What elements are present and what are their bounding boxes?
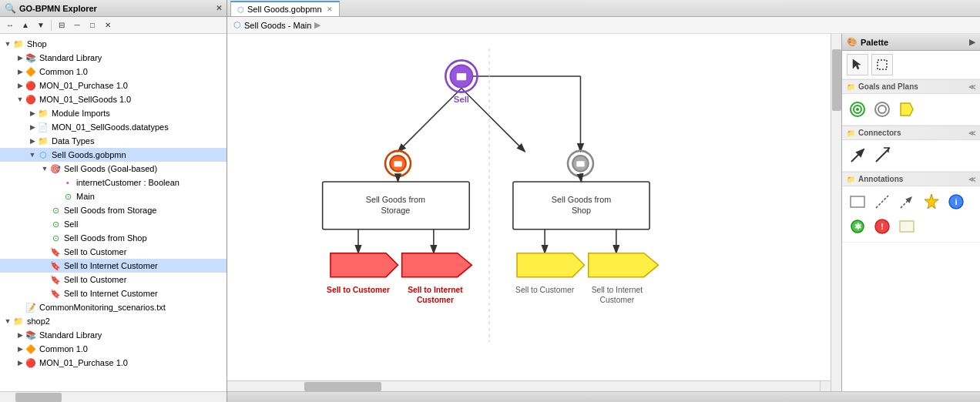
right-box-label1: Sell Goods from xyxy=(552,195,611,204)
palette-item-light-rect[interactable] xyxy=(896,216,918,237)
left-box-label2: Storage xyxy=(381,206,411,215)
tree-item-commonmonitoring[interactable]: ▶ 📝 CommonMonitoring_scenarios.txt xyxy=(0,300,227,314)
palette-item-cross-arrow[interactable] xyxy=(871,145,893,166)
palette-item-green-flower[interactable]: ✱ xyxy=(847,216,868,237)
tree-toggle-stdlib1[interactable]: ▶ xyxy=(15,54,25,62)
tree-item-shop[interactable]: ▼ 📁 Shop xyxy=(0,37,227,51)
tree-item-common2[interactable]: ▶ 🔶 Common 1.0 xyxy=(0,342,227,356)
palette-item-arrow-line[interactable] xyxy=(847,145,868,166)
tree-item-mon01purchase2[interactable]: ▶ 🔴 MON_01_Purchase 1.0 xyxy=(0,356,227,370)
palette-section-annotations[interactable]: 📁 Annotations ≪ xyxy=(842,172,980,186)
tree-item-selltocustomer2[interactable]: ▶ 🔖 Sell to Customer xyxy=(0,273,227,286)
palette-items-goals xyxy=(842,94,980,126)
tree-toggle-sellgoodsgoal[interactable]: ▼ xyxy=(40,165,49,173)
palette-item-goal-circle[interactable] xyxy=(847,99,868,120)
tree-toggle-datatypes[interactable]: ▶ xyxy=(28,137,37,145)
tree-toggle-datatypesfile[interactable]: ▶ xyxy=(28,123,37,131)
tree-toggle-mon01sellgoods[interactable]: ▼ xyxy=(15,95,25,103)
tree-label-selltocustomer2: Sell to Customer xyxy=(64,275,126,284)
svg-line-16 xyxy=(876,196,888,208)
tree-toggle-shop[interactable]: ▼ xyxy=(3,40,12,48)
tree-toggle-mon01purchase[interactable]: ▶ xyxy=(15,82,25,89)
palette-title: Palette xyxy=(861,38,888,47)
palette-item-blue-circle[interactable]: i xyxy=(945,191,967,213)
palette-item-dashed-arrow[interactable] xyxy=(896,191,918,213)
breadcrumb-text: Sell Goods - Main xyxy=(244,21,311,30)
tree-toggle-moduleimports[interactable]: ▶ xyxy=(28,109,37,117)
explorer-h-scrollbar[interactable] xyxy=(0,391,227,402)
palette-icon: 🎨 xyxy=(847,37,858,47)
red-arrow-2[interactable] xyxy=(402,253,472,277)
tree-item-sellgoodsstorage[interactable]: ▶ ⊙ Sell Goods from Storage xyxy=(0,203,227,217)
palette-item-pentagon[interactable] xyxy=(896,99,918,120)
tab-sellgoods[interactable]: ⬡ Sell Goods.gobpmn ✕ xyxy=(230,1,340,16)
goals-collapse-icon[interactable]: ≪ xyxy=(968,83,975,91)
yellow-arrow-2[interactable] xyxy=(589,253,659,277)
palette-section-goals[interactable]: 📁 Goals and Plans ≪ xyxy=(842,79,980,94)
canvas-area[interactable]: Sell Sell Goods from Storage Sell xyxy=(227,34,831,380)
tree-item-sellgoodsgoal[interactable]: ▼ 🎯 Sell Goods (Goal-based) xyxy=(0,162,227,176)
tree-item-stdlib2[interactable]: ▶ 📚 Standard Library xyxy=(0,328,227,342)
tree-item-mon01sellgoods[interactable]: ▼ 🔴 MON_01_SellGoods 1.0 xyxy=(0,92,227,106)
explorer-h-scrollbar-thumb[interactable] xyxy=(15,393,62,402)
toolbar-close-button[interactable]: ✕ xyxy=(101,18,115,32)
maximize-button[interactable]: □ xyxy=(86,18,99,32)
tree-toggle-shop2[interactable]: ▼ xyxy=(3,317,12,325)
tree-item-stdlib1[interactable]: ▶ 📚 Standard Library xyxy=(0,51,227,65)
down-button[interactable]: ▼ xyxy=(34,18,48,32)
tree-item-mon01purchase[interactable]: ▶ 🔴 MON_01_Purchase 1.0 xyxy=(0,79,227,92)
svg-point-7 xyxy=(878,106,886,113)
tree-item-main[interactable]: ▶ ⊙ Main xyxy=(0,189,227,203)
tree-item-selltointernetcustomer2[interactable]: ▶ 🔖 Sell to Internet Customer xyxy=(0,286,227,300)
connectors-collapse-icon[interactable]: ≪ xyxy=(968,129,975,137)
palette-item-red-circle[interactable]: ! xyxy=(871,216,893,237)
annotations-collapse-icon[interactable]: ≪ xyxy=(968,176,975,183)
tree-toggle-stdlib2[interactable]: ▶ xyxy=(15,331,25,339)
tree-toggle-common1[interactable]: ▶ xyxy=(15,68,25,75)
explorer-close-icon[interactable]: ✕ xyxy=(216,4,222,12)
tree-item-internetcustomer[interactable]: ▶ ▪ internetCustomer : Boolean xyxy=(0,176,227,189)
sync-button[interactable]: ↔ xyxy=(3,18,17,32)
up-button[interactable]: ▲ xyxy=(18,18,32,32)
tree-toggle-sellgoods[interactable]: ▼ xyxy=(28,151,37,159)
tree-item-datatypesfile[interactable]: ▶ 📄 MON_01_SellGoods.datatypes xyxy=(0,120,227,134)
tree-item-common1[interactable]: ▶ 🔶 Common 1.0 xyxy=(0,65,227,79)
canvas-v-scrollbar-thumb[interactable] xyxy=(832,49,841,111)
main-area: ⬡ Sell Goods.gobpmn ✕ ⬡ Sell Goods - Mai… xyxy=(227,0,980,402)
palette-expand-icon[interactable]: ▶ xyxy=(969,38,975,46)
tree-item-datatypes[interactable]: ▶ 📁 Data Types xyxy=(0,134,227,148)
arrow-icon-1: 🔖 xyxy=(49,246,62,258)
tree-item-selltointernetcustomer1[interactable]: ▶ 🔖 Sell to Internet Customer xyxy=(0,259,227,273)
yellow-arrow-1[interactable] xyxy=(517,253,585,277)
marquee-tool[interactable] xyxy=(871,54,893,75)
breadcrumb-bar: ⬡ Sell Goods - Main ▶ xyxy=(227,17,980,34)
tree-item-sell[interactable]: ▶ ⊙ Sell xyxy=(0,217,227,231)
palette-section-connectors[interactable]: 📁 Connectors ≪ xyxy=(842,126,980,140)
tree-item-sellgoodsshop[interactable]: ▶ ⊙ Sell Goods from Shop xyxy=(0,231,227,245)
palette-section-goals-label: Goals and Plans xyxy=(858,82,918,91)
canvas-h-scrollbar[interactable] xyxy=(227,381,820,391)
left-split-icon xyxy=(394,161,401,166)
tree-item-shop2[interactable]: ▼ 📁 shop2 xyxy=(0,314,227,328)
canvas-h-scrollbar-thumb[interactable] xyxy=(304,382,381,391)
tree-item-sellgoods[interactable]: ▼ ⬡ Sell Goods.gobpmn xyxy=(0,148,227,162)
select-tool[interactable] xyxy=(847,54,868,75)
red-arrow-1[interactable] xyxy=(331,253,398,277)
tree-item-moduleimports[interactable]: ▶ 📁 Module Imports xyxy=(0,106,227,120)
palette-item-rect-outline[interactable] xyxy=(847,191,868,213)
palette-panel: 🎨 Palette ▶ 📁 Goa xyxy=(841,34,980,391)
common-icon-2: 🔶 xyxy=(25,343,37,355)
tree-item-selltocustomer1[interactable]: ▶ 🔖 Sell to Customer xyxy=(0,245,227,259)
palette-item-star[interactable] xyxy=(921,191,942,213)
canvas-v-scrollbar[interactable] xyxy=(831,34,841,391)
tree-toggle-mon01purchase2[interactable]: ▶ xyxy=(15,359,25,367)
tree-toggle-common2[interactable]: ▶ xyxy=(15,345,25,353)
line-start-right xyxy=(461,88,525,151)
collapse-button[interactable]: ⊟ xyxy=(55,18,69,32)
tab-bar: ⬡ Sell Goods.gobpmn ✕ xyxy=(227,0,980,17)
palette-item-gray-circle[interactable] xyxy=(871,99,893,120)
palette-item-dashed-line[interactable] xyxy=(871,191,893,213)
folder-icon-shop2: 📁 xyxy=(12,315,25,327)
tab-close-sellgoods[interactable]: ✕ xyxy=(327,5,333,13)
minimize-button[interactable]: ─ xyxy=(70,18,84,32)
